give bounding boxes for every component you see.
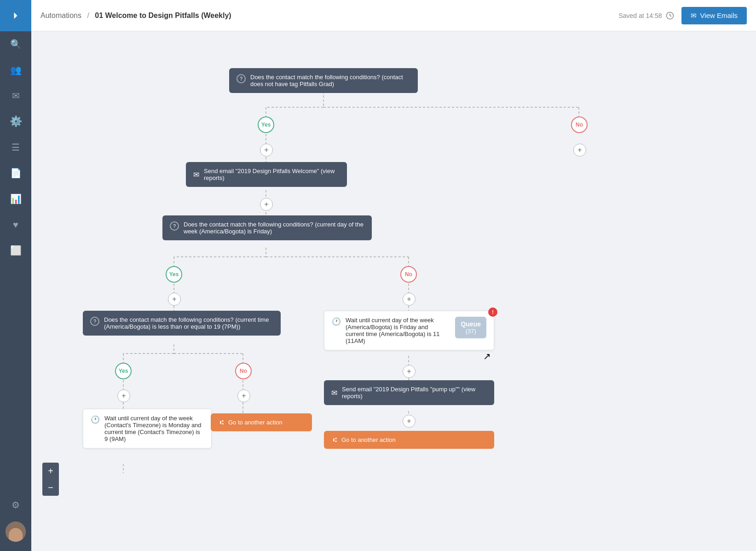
sidebar-bottom: ⚙ <box>0 492 31 551</box>
no-circle-1[interactable]: No <box>400 266 417 283</box>
goto-icon-1: ⑆ <box>220 419 224 426</box>
add-button-email2[interactable]: + <box>403 415 416 428</box>
connector-lines <box>31 31 756 551</box>
add-button-3[interactable]: + <box>168 293 181 306</box>
envelope-icon-1: ✉ <box>193 170 199 179</box>
automation-canvas[interactable]: ? Does the contact match the following c… <box>31 31 756 551</box>
clock-icon-1: 🕐 <box>332 317 341 326</box>
sidebar-item-automation[interactable]: ⚙️ <box>0 109 31 134</box>
sidebar-item-list[interactable]: ☰ <box>0 134 31 160</box>
breadcrumb-current: 01 Welcome to Design Pitfalls (Weekly) <box>95 12 231 19</box>
sidebar-item-chart[interactable]: 📊 <box>0 186 31 212</box>
condition1-text: Does the contact match the following con… <box>250 74 410 87</box>
alert-badge: ! <box>488 307 497 317</box>
cursor-indicator: ↗ <box>483 351 491 362</box>
search-icon: 🔍 <box>10 39 22 50</box>
wait1-text: Wait until current day of the week (Amer… <box>346 317 447 344</box>
avatar[interactable] <box>6 522 26 542</box>
email2-text: Send email "2019 Design Pitfalls "pump u… <box>342 386 487 400</box>
view-emails-label: View Emails <box>700 12 738 19</box>
condition-node-3[interactable]: ? Does the contact match the following c… <box>83 311 281 336</box>
heart-icon: ♥ <box>13 220 18 230</box>
condition3-text: Does the contact match the following con… <box>104 316 273 330</box>
wait2-text: Wait until current day of the week (Cont… <box>104 415 204 442</box>
queue-badge[interactable]: Queue (37) <box>455 317 486 338</box>
zoom-out-button[interactable]: − <box>42 479 59 496</box>
saved-text: Saved at 14:58 <box>618 12 662 19</box>
sidebar-item-contacts[interactable]: 👥 <box>0 57 31 83</box>
envelope-icon-2: ✉ <box>331 389 337 397</box>
add-button-no3[interactable]: + <box>237 389 250 402</box>
goto-node-1[interactable]: ⑆ Go to another action <box>211 413 312 431</box>
sidebar-avatar-container[interactable] <box>0 518 31 545</box>
add-button-1[interactable]: + <box>260 144 273 157</box>
goto-node-2[interactable]: ⑆ Go to another action <box>324 431 494 449</box>
yes-circle-3[interactable]: Yes <box>115 363 132 379</box>
question-icon-2: ? <box>170 221 179 231</box>
zoom-controls: + − <box>42 463 59 496</box>
sidebar: 🔍 👥 ✉ ⚙️ ☰ 📄 📊 ♥ ⬜ ⚙ <box>0 0 31 551</box>
settings-icon: ⚙ <box>12 499 20 510</box>
sidebar-item-pages[interactable]: ⬜ <box>0 238 31 263</box>
wait-node-1[interactable]: 🕐 Wait until current day of the week (Am… <box>324 311 494 350</box>
page-title: Automations / 01 Welcome to Design Pitfa… <box>40 12 618 20</box>
header: Automations / 01 Welcome to Design Pitfa… <box>31 0 756 31</box>
add-button-4[interactable]: + <box>403 293 416 306</box>
list-icon: ☰ <box>12 142 20 153</box>
sidebar-item-settings[interactable]: ⚙ <box>0 492 31 518</box>
wait-node-2[interactable]: 🕐 Wait until current day of the week (Co… <box>83 409 212 448</box>
queue-count: (37) <box>461 328 481 335</box>
sidebar-item-search[interactable]: 🔍 <box>0 31 31 57</box>
goto-icon-2: ⑆ <box>333 436 337 443</box>
add-button-2[interactable]: + <box>260 198 273 211</box>
email-node-2[interactable]: ✉ Send email "2019 Design Pitfalls "pump… <box>324 380 494 405</box>
queue-label: Queue <box>461 320 481 328</box>
pages-icon: ⬜ <box>10 245 22 256</box>
history-icon[interactable] <box>666 12 674 20</box>
condition-node-1[interactable]: ? Does the contact match the following c… <box>229 68 418 93</box>
condition-node-2[interactable]: ? Does the contact match the following c… <box>162 215 372 240</box>
view-emails-button[interactable]: ✉ View Emails <box>681 7 747 24</box>
yes-circle-1[interactable]: Yes <box>258 116 274 133</box>
contacts-icon: 👥 <box>10 64 22 75</box>
sidebar-item-document[interactable]: 📄 <box>0 160 31 186</box>
saved-status: Saved at 14:58 <box>618 12 674 20</box>
condition2-text: Does the contact match the following con… <box>184 221 364 235</box>
email-node-1[interactable]: ✉ Send email "2019 Design Pitfalls Welco… <box>186 162 347 187</box>
sidebar-item-mail[interactable]: ✉ <box>0 83 31 109</box>
zoom-in-button[interactable]: + <box>42 463 59 479</box>
envelope-icon: ✉ <box>691 12 697 20</box>
main-area: Automations / 01 Welcome to Design Pitfa… <box>31 0 756 551</box>
question-icon-3: ? <box>90 317 99 326</box>
question-icon-1: ? <box>237 74 246 83</box>
no-circle-top[interactable]: No <box>571 116 588 133</box>
goto2-text: Go to another action <box>341 436 396 443</box>
app-container: 🔍 👥 ✉ ⚙️ ☰ 📄 📊 ♥ ⬜ ⚙ <box>0 0 756 551</box>
mail-icon: ✉ <box>12 90 20 101</box>
clock-icon-2: 🕐 <box>91 415 100 424</box>
add-button-yes3[interactable]: + <box>117 389 130 402</box>
automation-icon: ⚙️ <box>10 116 22 128</box>
sidebar-item-heart[interactable]: ♥ <box>0 212 31 238</box>
add-button-wait1[interactable]: + <box>403 365 416 378</box>
breadcrumb-parent: Automations <box>40 12 81 19</box>
email1-text: Send email "2019 Design Pitfalls Welcome… <box>204 168 340 181</box>
no-circle-3[interactable]: No <box>235 363 252 379</box>
yes-circle-2[interactable]: Yes <box>166 266 182 283</box>
add-button-no-top[interactable]: + <box>573 144 586 157</box>
breadcrumb-separator: / <box>87 12 89 19</box>
document-icon: 📄 <box>10 168 22 179</box>
goto1-text: Go to another action <box>228 419 283 426</box>
logo-icon <box>9 9 22 22</box>
chart-icon: 📊 <box>10 193 22 204</box>
sidebar-logo[interactable] <box>0 0 31 31</box>
